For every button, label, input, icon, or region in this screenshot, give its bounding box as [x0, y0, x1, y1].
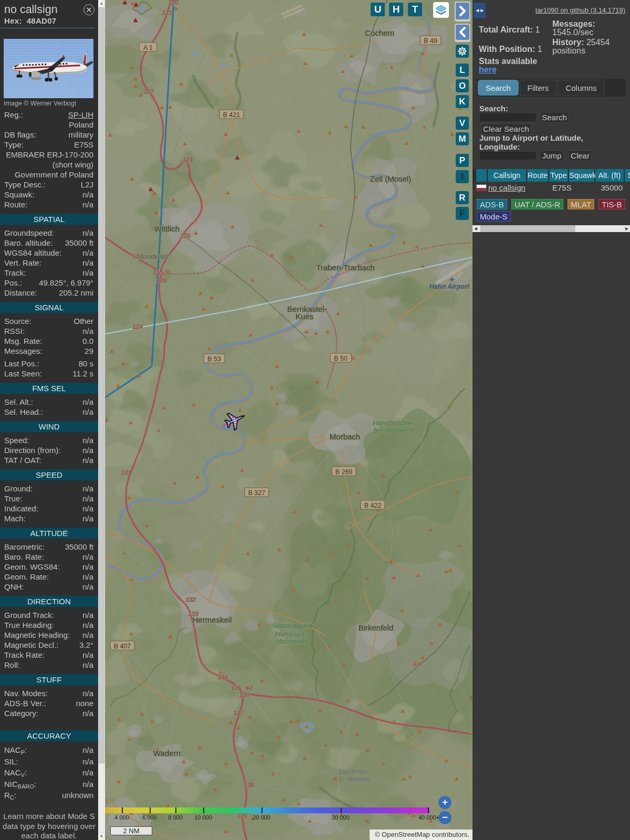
svg-text:Wittlich: Wittlich [154, 224, 180, 233]
svg-text:123: 123 [182, 156, 193, 163]
svg-text:Zell (Mosel): Zell (Mosel) [370, 174, 411, 183]
svg-text:Hermeskeil: Hermeskeil [192, 615, 232, 624]
svg-text:131: 131 [121, 469, 131, 476]
svg-text:B 269: B 269 [335, 468, 353, 476]
svg-text:135: 135 [230, 685, 241, 691]
svg-text:Morbach: Morbach [330, 432, 360, 441]
svg-text:121: 121 [162, 9, 172, 16]
svg-text:11: 11 [165, 269, 171, 275]
svg-text:139: 139 [237, 813, 247, 819]
svg-text:Hunsrück-: Hunsrück- [275, 630, 308, 638]
svg-text:B 421: B 421 [223, 111, 240, 119]
svg-text:120: 120 [168, 0, 178, 5]
svg-text:B 407: B 407 [114, 643, 131, 650]
svg-text:138: 138 [244, 782, 254, 788]
svg-text:Hangbrücher: Hangbrücher [373, 419, 414, 427]
svg-text:B 50: B 50 [334, 355, 348, 362]
svg-text:132: 132 [185, 596, 196, 603]
svg-text:A 1: A 1 [143, 44, 153, 51]
svg-text:Hochwald: Hochwald [276, 637, 307, 645]
svg-text:➤2: ➤2 [245, 685, 253, 691]
svg-text:St. Wendel: St. Wendel [338, 775, 371, 783]
svg-text:Birkenfeld: Birkenfeld [359, 623, 394, 632]
svg-text:Traben-Trarbach: Traben-Trarbach [316, 263, 374, 272]
svg-text:B 422: B 422 [364, 502, 382, 509]
svg-text:Wadern: Wadern [153, 749, 181, 758]
svg-text:133: 133 [188, 611, 198, 617]
svg-text:B 53: B 53 [207, 355, 221, 363]
svg-text:B 327: B 327 [248, 489, 266, 497]
svg-text:136: 136 [239, 691, 249, 698]
svg-text:122: 122 [143, 88, 154, 94]
svg-text:Nationalpark: Nationalpark [272, 622, 313, 629]
svg-text:bei Morbach: bei Morbach [374, 426, 413, 434]
svg-text:Hahn Airport: Hahn Airport [429, 283, 470, 290]
svg-text:Cochem: Cochem [365, 28, 394, 37]
svg-text:10: 10 [133, 253, 140, 259]
svg-text:134: 134 [217, 674, 227, 680]
svg-text:Mundwald: Mundwald [137, 253, 169, 260]
svg-text:124: 124 [132, 323, 142, 330]
svg-text:3: 3 [469, 695, 472, 701]
svg-text:B 49: B 49 [424, 37, 437, 45]
svg-text:126: 126 [156, 277, 167, 284]
svg-text:137: 137 [233, 710, 244, 716]
svg-text:11: 11 [153, 269, 159, 275]
svg-text:Kues: Kues [296, 312, 313, 321]
svg-text:Landkreis: Landkreis [339, 768, 367, 775]
svg-text:125: 125 [180, 233, 191, 239]
